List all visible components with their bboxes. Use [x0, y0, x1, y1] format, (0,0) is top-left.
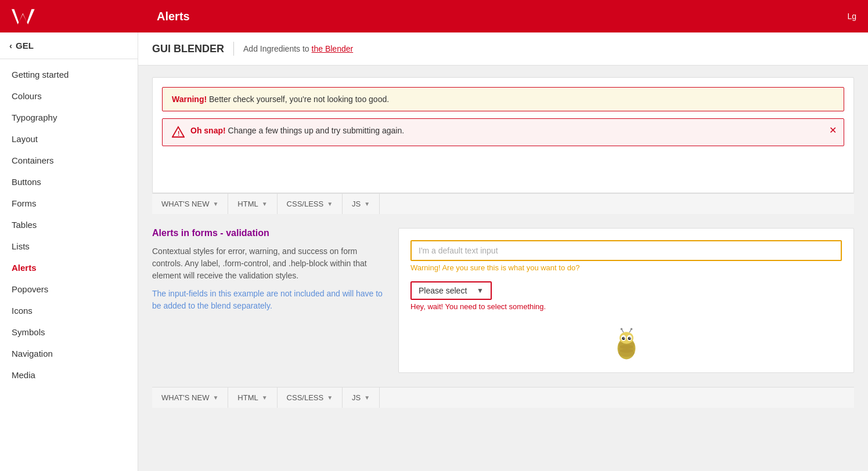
- close-icon[interactable]: ✕: [829, 125, 837, 136]
- svg-point-15: [630, 328, 632, 329]
- top-nav: Alerts Lg: [0, 0, 868, 32]
- warning-text: Better check yourself, you're not lookin…: [207, 95, 389, 104]
- sidebar-back-label: GEL: [16, 41, 34, 50]
- sidebar-item-tables[interactable]: Tables: [0, 214, 138, 236]
- warning-triangle-icon: !: [172, 126, 185, 139]
- toolbar1-css-less[interactable]: CSS/LESS ▼: [278, 194, 343, 214]
- toolbar2-js[interactable]: JS ▼: [343, 387, 380, 408]
- select-error-help: Hey, wait! You need to select something.: [410, 302, 842, 311]
- sidebar-back[interactable]: ‹ GEL: [0, 32, 138, 59]
- nav-title: Alerts: [157, 10, 190, 23]
- svg-point-10: [623, 338, 624, 339]
- sidebar-item-buttons[interactable]: Buttons: [0, 171, 138, 193]
- form-section-desc: Alerts in forms - validation Contextual …: [152, 228, 384, 373]
- chevron-down-icon: ▼: [364, 201, 370, 207]
- sidebar-item-containers[interactable]: Containers: [0, 150, 138, 171]
- form-section-desc1: Contextual styles for error, warning, an…: [152, 245, 384, 282]
- select-group: Please select ▼ Hey, wait! You need to s…: [410, 281, 842, 311]
- mascot-icon: [609, 326, 644, 361]
- chevron-down-icon: ▼: [262, 201, 268, 207]
- sidebar-item-symbols[interactable]: Symbols: [0, 321, 138, 343]
- form-demo: Warning! Are you sure this is what you w…: [398, 228, 854, 373]
- header-divider: [233, 42, 234, 56]
- sidebar-item-alerts[interactable]: Alerts: [0, 257, 138, 278]
- chevron-down-icon: ▼: [213, 201, 218, 207]
- toolbar2-css-less[interactable]: CSS/LESS ▼: [278, 387, 343, 408]
- gui-blender-title: GUI BLENDER: [152, 43, 224, 55]
- input-warning-help: Warning! Are you sure this is what you w…: [410, 263, 842, 272]
- back-arrow-icon: ‹: [9, 41, 12, 50]
- sidebar-item-layout[interactable]: Layout: [0, 128, 138, 150]
- sidebar-item-forms[interactable]: Forms: [0, 193, 138, 214]
- toolbar-1: WHAT'S NEW ▼ HTML ▼ CSS/LESS ▼ JS ▼: [152, 193, 854, 214]
- chevron-down-icon: ▼: [262, 394, 268, 401]
- chevron-down-icon: ▼: [364, 394, 370, 401]
- sidebar-item-icons[interactable]: Icons: [0, 300, 138, 321]
- svg-point-9: [628, 337, 631, 340]
- nav-user: Lg: [847, 12, 856, 21]
- toolbar2-whats-new[interactable]: WHAT'S NEW ▼: [152, 387, 228, 408]
- content-body: Warning! Better check yourself, you're n…: [138, 66, 868, 408]
- sidebar-item-lists[interactable]: Lists: [0, 236, 138, 257]
- sidebar-item-typography[interactable]: Typography: [0, 107, 138, 128]
- chevron-down-icon: ▼: [477, 287, 484, 295]
- danger-text: Change a few things up and try submittin…: [226, 126, 404, 135]
- sidebar-item-getting-started[interactable]: Getting started: [0, 64, 138, 85]
- sidebar-item-media[interactable]: Media: [0, 364, 138, 386]
- danger-alert-content: Oh snap! Change a few things up and try …: [190, 126, 404, 135]
- svg-point-11: [629, 338, 631, 339]
- svg-point-8: [622, 337, 625, 340]
- sidebar: ‹ GEL Getting started Colours Typography…: [0, 32, 138, 471]
- header-subtext: Add Ingredients to the Blender: [243, 44, 353, 53]
- danger-strong: Oh snap!: [190, 126, 226, 135]
- warning-strong: Warning!: [172, 95, 207, 104]
- please-select-dropdown[interactable]: Please select ▼: [410, 281, 492, 300]
- svg-point-4: [618, 349, 634, 357]
- toolbar1-whats-new[interactable]: WHAT'S NEW ▼: [152, 194, 228, 214]
- form-validation-section: Alerts in forms - validation Contextual …: [138, 214, 868, 387]
- default-text-input[interactable]: [410, 240, 842, 261]
- select-label: Please select: [419, 286, 467, 295]
- warning-alert: Warning! Better check yourself, you're n…: [162, 87, 844, 111]
- content-header: GUI BLENDER Add Ingredients to the Blend…: [138, 32, 868, 66]
- chevron-down-icon: ▼: [213, 394, 218, 401]
- svg-point-13: [620, 328, 622, 329]
- sidebar-item-colours[interactable]: Colours: [0, 85, 138, 107]
- mascot-area: [410, 320, 842, 361]
- toolbar1-js[interactable]: JS ▼: [343, 194, 380, 214]
- alerts-demo-section: Warning! Better check yourself, you're n…: [152, 77, 854, 193]
- sidebar-nav: Getting started Colours Typography Layou…: [0, 59, 138, 390]
- danger-alert: ! Oh snap! Change a few things up and tr…: [162, 118, 844, 146]
- content-area: GUI BLENDER Add Ingredients to the Blend…: [138, 32, 868, 471]
- chevron-down-icon: ▼: [327, 394, 333, 401]
- form-section-title: Alerts in forms - validation: [152, 228, 384, 238]
- svg-text:!: !: [178, 131, 179, 137]
- toolbar-2: WHAT'S NEW ▼ HTML ▼ CSS/LESS ▼ JS ▼: [152, 387, 854, 408]
- the-blender-link[interactable]: the Blender: [312, 44, 354, 53]
- chevron-down-icon: ▼: [327, 201, 333, 207]
- toolbar2-html[interactable]: HTML ▼: [228, 387, 277, 408]
- form-section-desc2-link[interactable]: The input-fields in this example are not…: [152, 289, 383, 310]
- toolbar1-html[interactable]: HTML ▼: [228, 194, 277, 214]
- sidebar-item-popovers[interactable]: Popovers: [0, 278, 138, 300]
- westpac-logo: [12, 7, 37, 26]
- sidebar-item-navigation[interactable]: Navigation: [0, 343, 138, 364]
- input-group: Warning! Are you sure this is what you w…: [410, 240, 842, 272]
